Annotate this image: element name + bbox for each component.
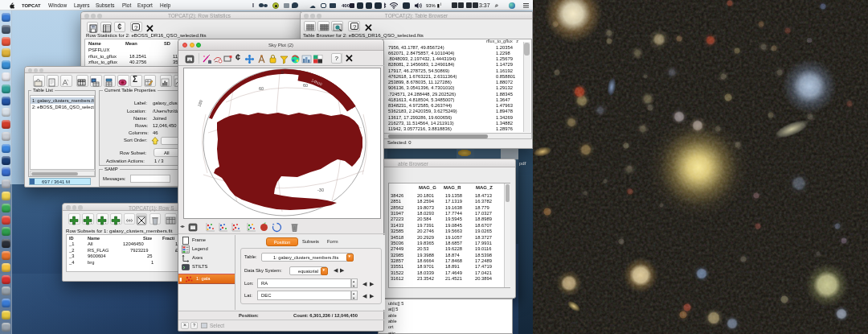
svg-text:60: 60	[303, 83, 308, 88]
svg-text:60: 60	[259, 86, 264, 91]
svg-text:-30: -30	[317, 188, 324, 192]
svg-text:180: 180	[196, 99, 203, 107]
svg-text:0: 0	[281, 70, 284, 75]
